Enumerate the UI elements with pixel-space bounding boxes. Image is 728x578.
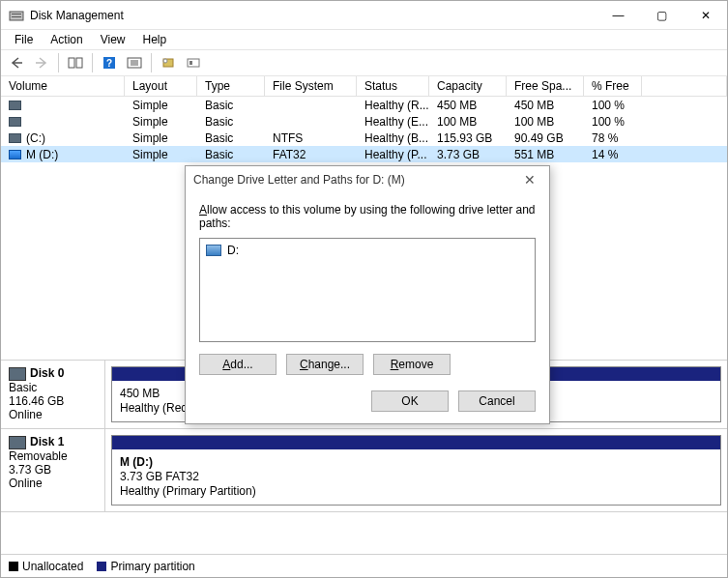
disk-info: Disk 0Basic116.46 GBOnline xyxy=(1,361,105,428)
remove-button[interactable]: Remove xyxy=(373,354,451,375)
back-icon[interactable] xyxy=(5,52,28,73)
col-type[interactable]: Type xyxy=(197,76,265,96)
forward-icon[interactable] xyxy=(30,52,53,73)
help-icon[interactable]: ? xyxy=(98,52,121,73)
col-volume[interactable]: Volume xyxy=(1,76,125,96)
add-button[interactable]: Add... xyxy=(199,354,277,375)
dialog-title: Change Drive Letter and Paths for D: (M) xyxy=(193,173,405,187)
legend-unallocated: Unallocated xyxy=(9,560,83,573)
change-button[interactable]: Change... xyxy=(286,354,364,375)
window-title: Disk Management xyxy=(30,9,597,22)
col-capacity[interactable]: Capacity xyxy=(429,76,507,96)
table-row[interactable]: SimpleBasicHealthy (R...450 MB450 MB100 … xyxy=(1,97,727,113)
list-item[interactable]: D: xyxy=(206,243,529,258)
disk-icon xyxy=(9,367,26,381)
legend-swatch-blue xyxy=(97,562,106,571)
volume-table-body: SimpleBasicHealthy (R...450 MB450 MB100 … xyxy=(1,97,727,162)
col-freespace[interactable]: Free Spa... xyxy=(507,76,584,96)
menubar: File Action View Help xyxy=(1,30,727,49)
svg-rect-1 xyxy=(12,14,21,14)
toolbar-sep xyxy=(58,53,59,72)
drive-label: D: xyxy=(227,244,239,257)
svg-rect-11 xyxy=(189,61,192,65)
showhide-icon[interactable] xyxy=(64,52,87,73)
dialog-action-row: Add... Change... Remove xyxy=(199,354,536,375)
table-row[interactable]: SimpleBasicHealthy (E...100 MB100 MB100 … xyxy=(1,113,727,130)
maximize-button[interactable]: ▢ xyxy=(640,1,684,29)
dialog-instruction: Allow access to this volume by using the… xyxy=(199,203,536,230)
legend: Unallocated Primary partition xyxy=(1,554,727,577)
svg-rect-2 xyxy=(12,16,21,17)
svg-point-9 xyxy=(163,59,167,63)
change-drive-letter-dialog: Change Drive Letter and Paths for D: (M)… xyxy=(185,165,550,424)
titlebar: Disk Management — ▢ ✕ xyxy=(1,1,727,30)
dialog-titlebar: Change Drive Letter and Paths for D: (M)… xyxy=(186,166,549,193)
toolbar: ? xyxy=(1,49,727,76)
ok-button[interactable]: OK xyxy=(371,390,449,412)
app-icon xyxy=(9,8,24,23)
volume-table-header: Volume Layout Type File System Status Ca… xyxy=(1,76,727,97)
legend-swatch-black xyxy=(9,562,18,571)
app-window: Disk Management — ▢ ✕ File Action View H… xyxy=(0,0,728,578)
disk-info: Disk 1Removable3.73 GBOnline xyxy=(1,429,105,511)
svg-rect-3 xyxy=(69,58,74,68)
col-status[interactable]: Status xyxy=(357,76,429,96)
partition[interactable]: M (D:)3.73 GB FAT32Healthy (Primary Part… xyxy=(111,435,721,506)
menu-view[interactable]: View xyxy=(93,31,133,48)
toolbar-sep xyxy=(151,53,152,72)
paths-listbox[interactable]: D: xyxy=(199,238,536,342)
partition-body: M (D:)3.73 GB FAT32Healthy (Primary Part… xyxy=(112,449,720,505)
toolbar-sep xyxy=(92,53,93,72)
legend-primary: Primary partition xyxy=(97,560,194,573)
drive-icon xyxy=(206,245,221,256)
refresh-icon[interactable] xyxy=(123,52,146,73)
volume-icon xyxy=(9,133,21,143)
col-percentfree[interactable]: % Free xyxy=(584,76,642,96)
volume-icon xyxy=(9,101,21,110)
svg-text:?: ? xyxy=(106,58,112,69)
volume-icon xyxy=(9,117,21,127)
svg-rect-10 xyxy=(188,59,199,67)
close-button[interactable]: ✕ xyxy=(684,1,727,29)
disk-row: Disk 1Removable3.73 GBOnlineM (D:)3.73 G… xyxy=(1,429,727,512)
table-row[interactable]: M (D:)SimpleBasicFAT32Healthy (P...3.73 … xyxy=(1,146,727,162)
table-row[interactable]: (C:)SimpleBasicNTFSHealthy (B...115.93 G… xyxy=(1,130,727,146)
minimize-button[interactable]: — xyxy=(597,1,640,29)
disk-icon xyxy=(9,436,26,449)
col-layout[interactable]: Layout xyxy=(125,76,197,96)
properties-icon[interactable] xyxy=(157,52,180,73)
cancel-button[interactable]: Cancel xyxy=(458,390,536,412)
dialog-close-button[interactable]: ✕ xyxy=(518,170,541,189)
col-filesystem[interactable]: File System xyxy=(265,76,357,96)
svg-rect-0 xyxy=(10,12,23,20)
disk-partitions: M (D:)3.73 GB FAT32Healthy (Primary Part… xyxy=(105,429,727,511)
menu-file[interactable]: File xyxy=(7,31,41,48)
dialog-body: Allow access to this volume by using the… xyxy=(186,193,549,423)
options-icon[interactable] xyxy=(182,52,205,73)
col-rest xyxy=(642,76,727,96)
menu-help[interactable]: Help xyxy=(135,31,175,48)
menu-action[interactable]: Action xyxy=(43,31,90,48)
svg-rect-4 xyxy=(76,58,82,68)
partition-header xyxy=(112,436,720,449)
volume-icon xyxy=(9,150,21,159)
dialog-commit-row: OK Cancel xyxy=(199,390,536,412)
